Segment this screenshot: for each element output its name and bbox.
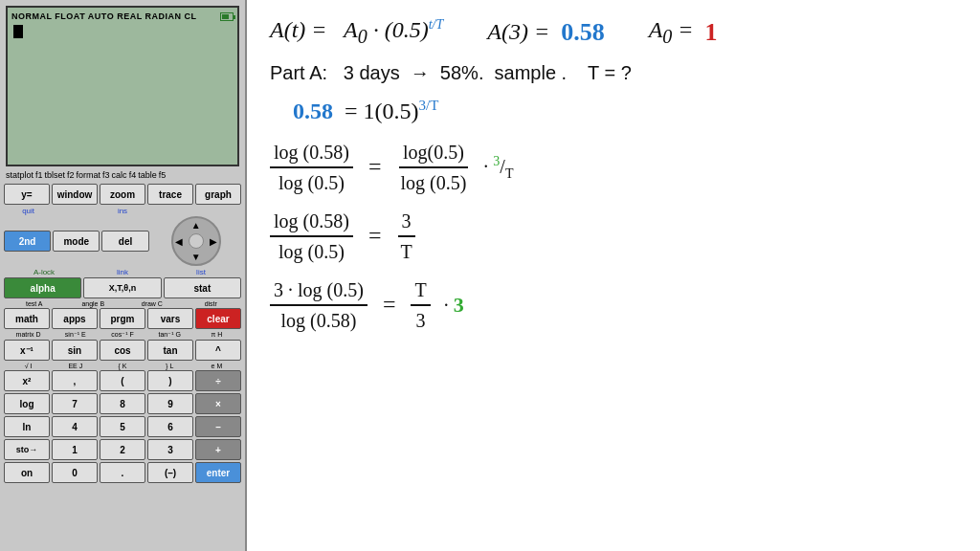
btn-y-equals[interactable]: y= (4, 184, 50, 205)
frac-left-numer: log (0.58) (270, 140, 353, 168)
toolbar-table[interactable]: table (138, 170, 157, 180)
btn-9[interactable]: 9 (147, 393, 193, 414)
calculator-panel: NORMAL FLOAT AUTO REAL RADIAN CL statplo… (0, 0, 247, 551)
btn-stat[interactable]: stat (164, 277, 241, 298)
label-list: list (163, 268, 239, 276)
toolbar-calc[interactable]: calc (112, 170, 127, 180)
btn-row-7: log 7 8 9 × (4, 393, 241, 414)
btn-ln[interactable]: ln (4, 416, 50, 437)
label-row-2: quit ins (4, 207, 241, 215)
eq-sign-1: = 1(0.5)3/T (339, 97, 438, 126)
frac3-right-numer: T (411, 277, 430, 306)
btn-trace[interactable]: trace (147, 184, 193, 205)
btn-6[interactable]: 6 (147, 416, 193, 437)
btn-multiply[interactable]: × (195, 393, 241, 414)
btn-row-5: x⁻¹ sin cos tan ^ (4, 340, 241, 361)
btn-apps[interactable]: apps (52, 308, 98, 329)
label-sin-inv: sin⁻¹ E (53, 331, 98, 339)
btn-divide[interactable]: ÷ (195, 370, 241, 391)
dpad-down[interactable]: ▼ (191, 252, 201, 262)
label-ee: EE J (53, 363, 98, 369)
btn-row-2: 2nd mode del ▲ ▼ ◀ ▶ (4, 216, 241, 266)
calc-toolbar: statplot f1 tblset f2 format f3 calc f4 … (0, 170, 245, 182)
btn-neg[interactable]: (–) (147, 462, 193, 483)
dpad-center[interactable] (189, 233, 204, 249)
toolbar-tblset[interactable]: tblset (45, 170, 66, 180)
toolbar-format[interactable]: format (77, 170, 101, 180)
btn-alpha[interactable]: alpha (4, 277, 81, 298)
label-alock: A-lock (6, 268, 82, 276)
btn-subtract[interactable]: – (195, 416, 241, 437)
btn-3[interactable]: 3 (147, 439, 193, 460)
btn-7[interactable]: 7 (52, 393, 98, 414)
dpad-up[interactable]: ▲ (191, 220, 201, 231)
btn-8[interactable]: 8 (100, 393, 145, 414)
btn-row-1: y= window zoom trace graph (4, 184, 241, 205)
btn-prgm[interactable]: prgm (100, 308, 145, 329)
btn-xthetaN[interactable]: X,T,θ,n (83, 277, 161, 298)
toolbar-f2[interactable]: f2 (67, 170, 75, 180)
btn-rparen[interactable]: ) (147, 370, 193, 391)
btn-del[interactable]: del (101, 231, 148, 252)
formula-line-1: A(t) = A0 · (0.5)t/T A(3) = 0.58 A0 = 1 (270, 15, 957, 49)
label-cos-inv: cos⁻¹ F (100, 331, 145, 339)
btn-math[interactable]: math (4, 308, 50, 329)
btn-row-10: on 0 . (–) enter (4, 462, 241, 483)
calc-buttons: y= window zoom trace graph quit ins 2nd … (0, 182, 245, 486)
part-a-line: Part A: 3 days → 58%. sample . T = ? (270, 60, 957, 85)
toolbar-f3[interactable]: f3 (102, 170, 110, 180)
btn-clear[interactable]: clear (195, 308, 241, 329)
toolbar-statplot[interactable]: statplot (6, 170, 33, 180)
fraction-right-3: T 3 (411, 277, 430, 333)
btn-graph[interactable]: graph (195, 184, 241, 205)
dpad-right[interactable]: ▶ (210, 236, 217, 247)
formula-a3-label: A(3) = (487, 17, 549, 47)
eq-sign-4: = (383, 290, 396, 320)
btn-x-inverse[interactable]: x⁻¹ (4, 340, 50, 361)
label-blank (53, 207, 98, 215)
label-draw: draw C (123, 300, 181, 307)
toolbar-f4[interactable]: f4 (129, 170, 137, 180)
formula-a3-val: 0.58 (561, 16, 605, 49)
label-link: link (84, 268, 161, 276)
toolbar-f5[interactable]: f5 (159, 170, 167, 180)
btn-sto[interactable]: sto→ (4, 439, 50, 460)
btn-add[interactable]: + (195, 439, 241, 460)
label-quit: quit (6, 207, 51, 215)
btn-2nd[interactable]: 2nd (4, 231, 51, 252)
btn-5[interactable]: 5 (100, 416, 145, 437)
label-lbrace: { K (100, 363, 145, 369)
btn-sin[interactable]: sin (52, 340, 98, 361)
btn-tan[interactable]: tan (147, 340, 193, 361)
label-row-6: √ I EE J { K } L e M (4, 363, 241, 369)
label-pi: π H (194, 331, 239, 339)
btn-vars[interactable]: vars (147, 308, 193, 329)
fraction-right: log(0.5) log (0.5) (396, 140, 470, 195)
calc-screen-content (11, 21, 234, 161)
fraction-left: log (0.58) log (0.5) (270, 140, 353, 195)
btn-on[interactable]: on (4, 462, 50, 483)
btn-log[interactable]: log (4, 393, 50, 414)
btn-1[interactable]: 1 (52, 439, 98, 460)
btn-0[interactable]: 0 (52, 462, 98, 483)
btn-lparen[interactable]: ( (100, 370, 145, 391)
equation-line-5: log (0.58) log (0.5) = 3 T (270, 209, 957, 264)
btn-4[interactable]: 4 (52, 416, 98, 437)
btn-enter[interactable]: enter (195, 462, 241, 483)
math-panel: A(t) = A0 · (0.5)t/T A(3) = 0.58 A0 = 1 … (247, 0, 980, 551)
btn-zoom[interactable]: zoom (100, 184, 145, 205)
screen-cursor (13, 25, 23, 38)
btn-caret[interactable]: ^ (195, 340, 241, 361)
btn-x-squared[interactable]: x² (4, 370, 50, 391)
btn-comma[interactable]: , (52, 370, 98, 391)
btn-window[interactable]: window (52, 184, 98, 205)
btn-dot[interactable]: . (100, 462, 145, 483)
btn-mode[interactable]: mode (53, 231, 100, 252)
frac2-left-denom: log (0.5) (275, 237, 348, 264)
val-058-blue: 0.58 (293, 97, 333, 126)
toolbar-f1[interactable]: f1 (35, 170, 43, 180)
dpad-left[interactable]: ◀ (175, 236, 183, 247)
btn-cos[interactable]: cos (100, 340, 145, 361)
btn-2[interactable]: 2 (100, 439, 145, 460)
battery-icon (220, 11, 234, 21)
